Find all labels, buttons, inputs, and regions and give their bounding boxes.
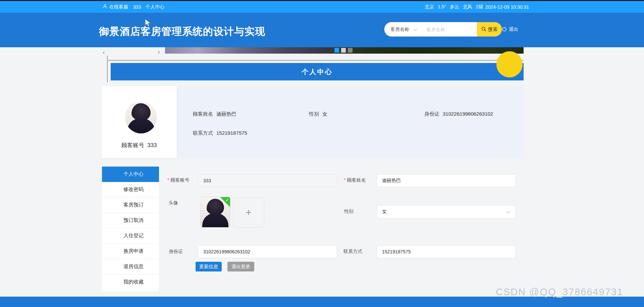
topbar-personal-center-link[interactable]: 个人中心: [146, 1, 164, 13]
section-banner: 个人中心: [111, 63, 524, 80]
horizontal-divider: [107, 60, 524, 61]
info-item-name: 顾客姓名迪丽热巴: [193, 111, 236, 117]
decorative-yellow-circle: [496, 51, 523, 77]
check-icon: ✓: [225, 197, 229, 202]
chevron-down-icon: [413, 27, 417, 32]
sidebar-item-checkout-info[interactable]: 退房信息: [102, 259, 159, 274]
sidebar-item-room-change[interactable]: 换房申请: [102, 244, 159, 259]
search-widget: 客房名称 搜索: [384, 22, 502, 37]
topbar: 在线客服 333 个人中心 北京 1.5° 多云 北风 2级 2024-12-0…: [0, 1, 644, 13]
profile-account-label: 顾客账号: [121, 142, 144, 148]
carousel-prev-arrow[interactable]: ‹: [103, 49, 105, 55]
profile-account-value: 333: [147, 142, 157, 148]
idcard-input[interactable]: [198, 245, 337, 258]
profile-info-panel: 顾客姓名迪丽热巴 性别女 身份证310226199806263102 联系方式1…: [177, 86, 524, 158]
search-icon: [481, 26, 486, 33]
sidebar-item-checkin[interactable]: 入住登记: [102, 228, 159, 244]
section-banner-title: 个人中心: [302, 67, 333, 76]
info-item-idcard: 身份证310226199806263102: [424, 111, 493, 117]
watermark-text: CSDN @QQ_3786649731: [496, 287, 623, 298]
logout-button[interactable]: 退出登录: [227, 262, 254, 271]
header-logout-label: 退出: [509, 26, 518, 33]
gender-select[interactable]: 女: [377, 205, 516, 219]
sidebar-item-personal-center[interactable]: 个人中心: [102, 167, 159, 182]
search-category-value: 客房名称: [390, 26, 409, 33]
sidebar-item-booking-cancel[interactable]: 预订取消: [102, 213, 159, 228]
avatar-upload-thumbnail[interactable]: ✓: [200, 197, 230, 228]
sidebar-item-favorites[interactable]: 我的收藏: [102, 274, 159, 290]
gender-label: 性别: [344, 208, 354, 214]
info-item-contact: 联系方式15219187575: [193, 130, 247, 136]
footer-bar: [0, 297, 644, 307]
idcard-label: 身份证: [169, 249, 183, 255]
sidebar-item-change-password[interactable]: 修改密码: [102, 182, 159, 197]
topbar-weather: 北京 1.5° 多云 北风 2级: [425, 1, 483, 13]
name-input[interactable]: [377, 174, 516, 187]
header: 御景酒店客房管理系统的设计与实现 客房名称 搜索 退出: [0, 13, 644, 47]
topbar-user-account[interactable]: 333: [133, 1, 141, 13]
search-category-select[interactable]: 客房名称: [384, 22, 422, 37]
info-item-gender: 性别女: [309, 111, 327, 117]
profile-account: 顾客账号333: [102, 141, 177, 149]
vertical-divider: [107, 56, 108, 82]
avatar-photo: [125, 102, 157, 133]
sidebar-menu: 个人中心 修改密码 客房预订 预订取消 入住登记 换房申请 退房信息 我的收藏: [102, 167, 159, 291]
power-icon: [502, 26, 507, 33]
avatar-label: 头像: [169, 200, 178, 206]
topbar-online-service-label: 在线客服: [109, 4, 128, 10]
person-icon: [103, 4, 107, 10]
search-button[interactable]: 搜索: [477, 22, 502, 37]
name-label: *顾客姓名: [344, 177, 366, 183]
carousel-next-arrow[interactable]: ›: [158, 48, 160, 55]
chevron-down-icon: [506, 209, 511, 214]
update-info-button[interactable]: 更新信息: [196, 262, 222, 271]
carousel-banner: [165, 47, 524, 54]
contact-input[interactable]: [377, 245, 516, 258]
account-label: *顾客账号: [167, 177, 189, 183]
topbar-online-service[interactable]: 在线客服: [103, 1, 128, 13]
sidebar-item-room-booking[interactable]: 客房预订: [102, 197, 159, 213]
window-top-edge: [0, 0, 644, 1]
carousel-indicators: [334, 48, 353, 53]
search-input[interactable]: [422, 22, 477, 37]
carousel-indicator-1[interactable]: [334, 48, 339, 53]
topbar-datetime: 2024-12-09 10:30:31: [485, 1, 529, 13]
avatar-upload-add-button[interactable]: +: [233, 197, 264, 228]
profile-avatar: [125, 102, 157, 133]
plus-icon: +: [246, 207, 252, 218]
carousel-indicator-3[interactable]: [348, 48, 353, 53]
search-button-label: 搜索: [488, 26, 497, 33]
profile-card: 顾客账号333: [102, 86, 177, 158]
header-logout-button[interactable]: 退出: [502, 22, 518, 37]
page-title: 御景酒店客房管理系统的设计与实现: [99, 25, 265, 39]
gender-select-value: 女: [382, 209, 387, 215]
carousel-indicator-2[interactable]: [341, 48, 346, 53]
account-input[interactable]: [198, 174, 337, 187]
contact-label: 联系方式: [343, 249, 362, 255]
